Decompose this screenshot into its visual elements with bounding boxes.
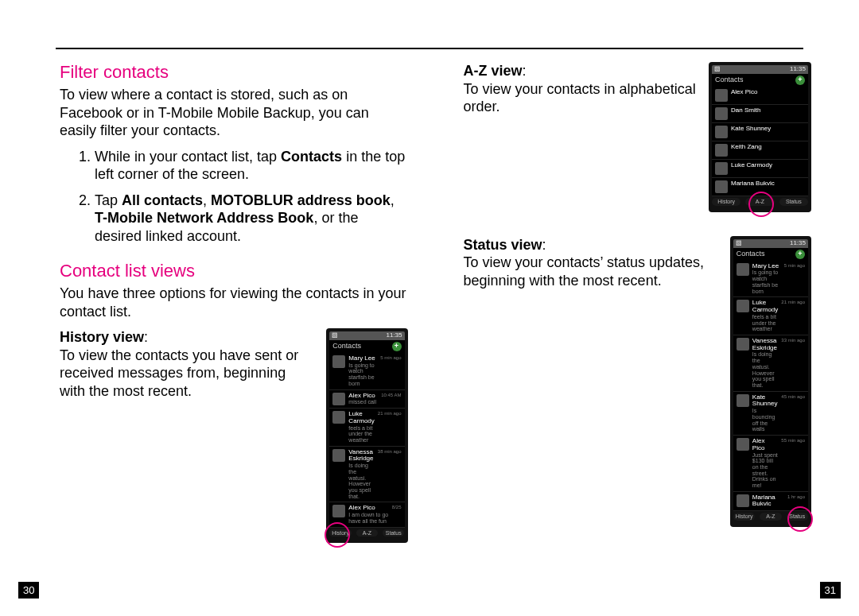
two-columns: Filter contacts To view where a contact … bbox=[60, 62, 811, 602]
filter-step-2: Tap All contacts, MOTOBLUR address book,… bbox=[95, 192, 408, 246]
status-time: 11:35 bbox=[386, 332, 402, 339]
filter-heading: Filter contacts bbox=[60, 62, 408, 83]
filter-step-1: While in your contact list, tap Contacts… bbox=[95, 148, 408, 184]
tab-history[interactable]: History bbox=[329, 529, 351, 537]
add-contact-icon[interactable]: + bbox=[795, 250, 805, 259]
right-column: A-Z view: To view your contacts in alpha… bbox=[464, 62, 812, 602]
status-text: Status view: To view your contacts’ stat… bbox=[464, 236, 721, 290]
history-list: Mary LeeIs going to watch starfish be bo… bbox=[329, 353, 404, 528]
filter-steps: While in your contact list, tap Contacts… bbox=[60, 148, 408, 246]
views-intro: You have three options for viewing the c… bbox=[60, 285, 408, 320]
statusbar: ▧ 11:35 bbox=[329, 331, 404, 340]
phone-az: ▧11:35 Contacts+ Alex Pico Dan Smith Kat… bbox=[709, 62, 811, 212]
az-text: A-Z view: To view your contacts in alpha… bbox=[464, 62, 699, 116]
page-number-right: 31 bbox=[820, 582, 841, 599]
top-rule bbox=[56, 48, 803, 49]
status-view-block: Status view: To view your contacts’ stat… bbox=[464, 236, 812, 527]
add-contact-icon[interactable]: + bbox=[392, 342, 402, 351]
left-column: Filter contacts To view where a contact … bbox=[60, 62, 408, 602]
filter-intro: To view where a contact is stored, such … bbox=[60, 86, 408, 140]
az-view-block: A-Z view: To view your contacts in alpha… bbox=[464, 62, 812, 212]
add-contact-icon[interactable]: + bbox=[795, 76, 805, 85]
tab-az[interactable]: A-Z bbox=[356, 529, 378, 537]
views-heading: Contact list views bbox=[60, 261, 408, 281]
history-text: History view: To view the contacts you h… bbox=[60, 328, 317, 400]
contacts-header: Contacts + bbox=[329, 340, 404, 353]
signal-icon: ▧ bbox=[332, 332, 338, 339]
tab-status[interactable]: Status bbox=[383, 529, 404, 537]
page-number-left: 30 bbox=[18, 582, 39, 599]
manual-page: Filter contacts To view where a contact … bbox=[0, 0, 859, 616]
history-view-block: History view: To view the contacts you h… bbox=[60, 328, 408, 543]
phone-history: ▧ 11:35 Contacts + Mary LeeIs going to w… bbox=[326, 328, 407, 543]
phone-status: ▧11:35 Contacts+ Mary LeeIs going to wat… bbox=[730, 236, 811, 527]
